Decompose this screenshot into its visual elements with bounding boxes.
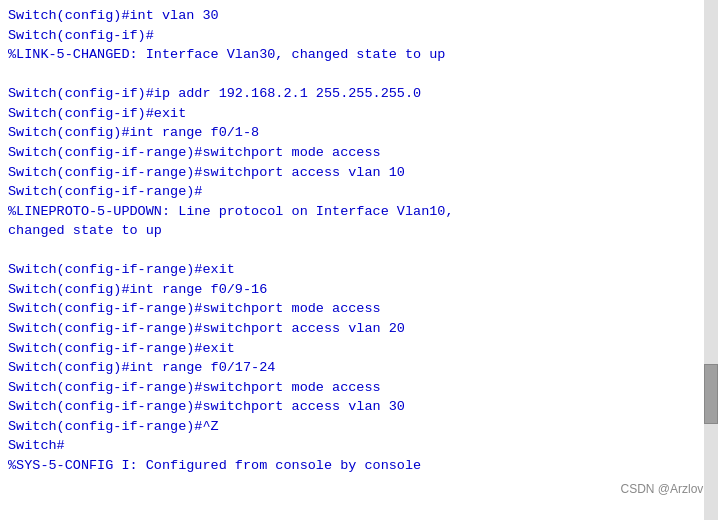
terminal-window: Switch(config)#int vlan 30 Switch(config… — [0, 0, 718, 520]
terminal-output: Switch(config)#int vlan 30 Switch(config… — [8, 6, 710, 476]
scrollbar[interactable] — [704, 0, 718, 520]
scrollbar-thumb[interactable] — [704, 364, 718, 424]
watermark: CSDN @Arzlov1 — [620, 481, 710, 498]
